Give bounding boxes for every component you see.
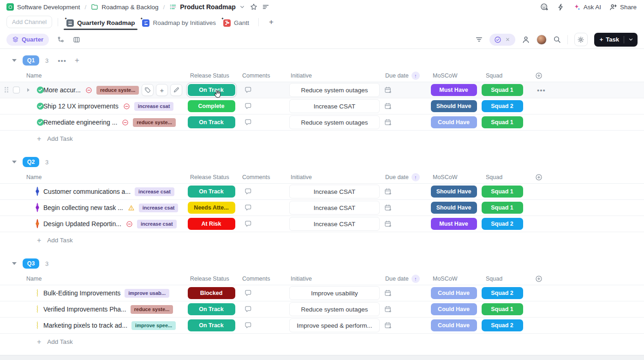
calendar-plus-icon[interactable] — [384, 204, 392, 211]
task-name[interactable]: Design Updated Reportin... — [43, 220, 121, 228]
task-tag[interactable]: improve spee... — [131, 321, 176, 330]
breadcrumb-folder[interactable]: Roadmap & Backlog — [91, 3, 158, 11]
filter-icon[interactable] — [475, 36, 483, 43]
assignee-icon[interactable] — [522, 36, 530, 44]
task-tag[interactable]: increase csat — [139, 204, 179, 212]
table-row[interactable]: Remediate engineering ... reduce syste..… — [0, 114, 644, 131]
status-todo-icon[interactable] — [36, 289, 44, 297]
calendar-plus-icon[interactable] — [384, 119, 392, 126]
column-header-release-status[interactable]: Release Status — [185, 276, 238, 282]
task-name[interactable]: Bulk-Editing Improvements — [43, 289, 120, 297]
release-status-pill[interactable]: On Track — [188, 186, 235, 198]
task-tag[interactable]: increase csat — [135, 187, 174, 196]
row-more-icon[interactable]: ••• — [537, 86, 546, 94]
tab-gantt[interactable]: Gantt — [220, 15, 253, 29]
status-todo-icon[interactable] — [36, 322, 44, 330]
add-column-icon[interactable] — [526, 174, 644, 181]
collapse-caret-icon[interactable] — [12, 59, 17, 62]
table-row[interactable]: Ship 12 UX improvements increase csat Co… — [0, 98, 644, 114]
calendar-plus-icon[interactable] — [384, 322, 392, 329]
squad-pill[interactable]: Squad 1 — [482, 186, 523, 198]
comment-icon[interactable] — [244, 220, 252, 228]
automations-bolt-icon[interactable] — [557, 3, 565, 11]
column-header-name[interactable]: Name — [0, 174, 185, 180]
moscow-pill[interactable]: Must Have — [431, 84, 477, 96]
initiative-value[interactable]: Increase CSAT — [289, 99, 380, 113]
sort-ascending-icon[interactable]: ↑ — [411, 72, 420, 80]
comment-icon[interactable] — [244, 306, 252, 313]
calendar-plus-icon[interactable] — [384, 86, 392, 94]
initiative-value[interactable]: Increase CSAT — [289, 217, 380, 231]
calendar-plus-icon[interactable] — [384, 188, 392, 195]
blocked-dependency-icon[interactable] — [123, 103, 130, 110]
squad-pill[interactable]: Squad 2 — [482, 218, 523, 230]
favorite-star-icon[interactable] — [250, 3, 257, 11]
moscow-pill[interactable]: Could Have — [431, 287, 477, 299]
column-header-name[interactable]: Name — [0, 276, 185, 282]
comment-icon[interactable] — [244, 102, 252, 110]
squad-pill[interactable]: Squad 1 — [482, 84, 523, 96]
column-header-moscow[interactable]: MoSCoW — [429, 174, 478, 180]
group-by-quarter-button[interactable]: Quarter — [6, 34, 49, 46]
collapse-caret-icon[interactable] — [12, 161, 17, 163]
add-task-button[interactable]: +Add Task — [0, 131, 644, 147]
group-more-icon[interactable]: ••• — [58, 57, 66, 65]
status-todo-icon[interactable] — [36, 306, 44, 313]
tag-button[interactable] — [142, 84, 154, 96]
status-in-progress-icon[interactable] — [36, 220, 44, 228]
settings-button[interactable] — [574, 33, 588, 46]
moscow-pill[interactable]: Could Have — [431, 116, 477, 128]
status-in-progress-icon[interactable] — [36, 188, 44, 196]
status-complete-icon[interactable] — [36, 102, 44, 110]
release-status-pill[interactable]: On Track — [188, 303, 235, 315]
moscow-pill[interactable]: Should Have — [431, 202, 477, 214]
squad-pill[interactable]: Squad 2 — [482, 319, 523, 331]
column-header-initiative[interactable]: Initiative — [286, 174, 383, 180]
initiative-value[interactable]: Increase CSAT — [289, 201, 380, 215]
task-name[interactable]: Verified Improvements Pha... — [43, 306, 126, 313]
squad-pill[interactable]: Squad 1 — [482, 202, 523, 214]
expand-arrow-icon[interactable] — [27, 88, 30, 92]
warning-dependency-icon[interactable] — [128, 204, 135, 211]
add-task-button[interactable]: +Add Task — [0, 232, 644, 248]
release-status-pill[interactable]: Blocked — [188, 287, 235, 299]
close-icon[interactable] — [505, 36, 511, 42]
task-name[interactable]: Marketing pixels to track ad... — [43, 322, 127, 329]
initiative-value[interactable]: Increase CSAT — [289, 185, 380, 198]
initiative-value[interactable]: Reduce system outages — [289, 83, 380, 97]
comment-icon[interactable] — [244, 86, 252, 94]
task-tag[interactable]: increase csat — [134, 102, 174, 111]
sort-ascending-icon[interactable]: ↑ — [411, 173, 420, 181]
horizontal-scrollbar-track[interactable] — [0, 355, 644, 360]
task-tag[interactable]: reduce syste... — [96, 86, 139, 95]
add-view-button[interactable]: + — [269, 18, 274, 27]
comment-icon[interactable] — [244, 188, 252, 195]
table-row[interactable]: More accur... reduce syste... + On Track… — [0, 82, 644, 98]
task-tag[interactable]: reduce syste... — [131, 305, 173, 314]
search-icon[interactable] — [553, 36, 561, 43]
column-header-comments[interactable]: Comments — [238, 174, 286, 180]
add-task-button[interactable]: +Add Task — [0, 334, 644, 350]
comment-icon[interactable] — [244, 322, 252, 329]
calendar-plus-icon[interactable] — [384, 220, 392, 228]
squad-pill[interactable]: Squad 2 — [482, 100, 523, 112]
task-tag[interactable]: increase csat — [137, 220, 177, 228]
column-header-due-date[interactable]: Due date↑ — [383, 72, 429, 80]
group-pill[interactable]: Q2 — [23, 157, 39, 167]
squad-pill[interactable]: Squad 2 — [482, 287, 523, 299]
calendar-plus-icon[interactable] — [384, 306, 392, 313]
moscow-pill[interactable]: Could Have — [431, 319, 477, 331]
task-name[interactable]: Remediate engineering ... — [43, 119, 117, 126]
squad-pill[interactable]: Squad 1 — [482, 303, 523, 315]
subtasks-icon[interactable] — [57, 36, 65, 43]
initiative-value[interactable]: Improve usability — [289, 286, 380, 300]
release-status-pill[interactable]: Needs Atte... — [188, 202, 235, 214]
blocked-dependency-icon[interactable] — [122, 119, 129, 126]
initiative-value[interactable]: Reduce system outages — [289, 115, 380, 129]
row-checkbox[interactable] — [13, 87, 20, 94]
release-status-pill[interactable]: On Track — [188, 84, 235, 96]
moscow-pill[interactable]: Should Have — [431, 186, 477, 198]
task-tag[interactable]: improve usab... — [125, 289, 169, 298]
add-channel-button[interactable]: Add Channel — [6, 16, 52, 28]
emoji-add-icon[interactable] — [540, 3, 549, 11]
